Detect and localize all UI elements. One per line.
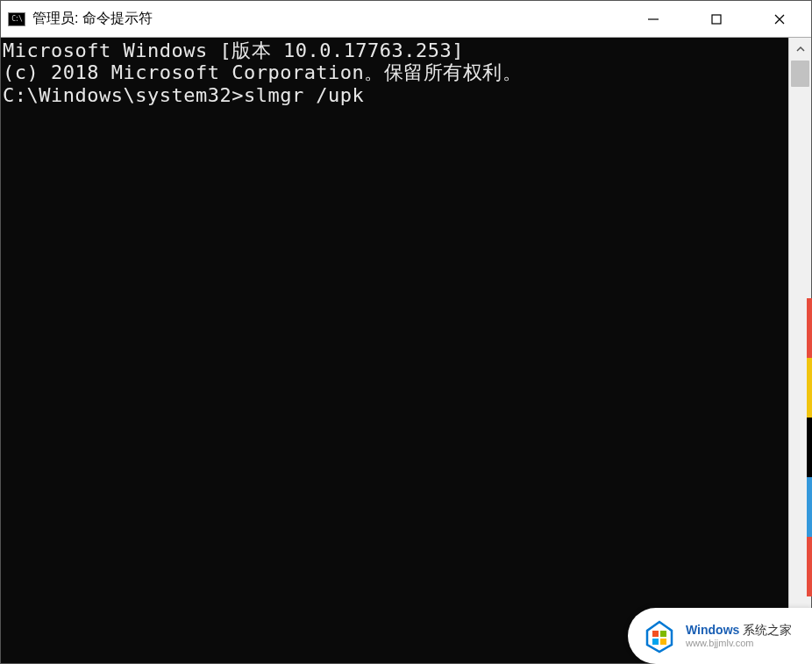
watermark-brand: Windows 系统之家 [686, 623, 792, 638]
terminal-line: Microsoft Windows [版本 10.0.17763.253] [3, 39, 788, 61]
watermark-url: www.bjjmlv.com [686, 638, 792, 649]
maximize-button[interactable] [685, 1, 748, 38]
minimize-button[interactable] [622, 1, 685, 38]
svg-rect-6 [652, 639, 659, 645]
window-controls [622, 1, 811, 37]
command-prompt-window: C:\ 管理员: 命令提示符 Microsoft Win [0, 0, 812, 664]
maximize-icon [710, 13, 723, 25]
svg-rect-7 [660, 639, 666, 645]
watermark-text: Windows 系统之家 www.bjjmlv.com [686, 623, 792, 649]
svg-rect-5 [660, 631, 666, 637]
svg-rect-4 [652, 631, 659, 637]
terminal-line: C:\Windows\system32>slmgr /upk [3, 84, 788, 106]
terminal-line: (c) 2018 Microsoft Corporation。保留所有权利。 [3, 61, 788, 83]
minimize-icon [647, 13, 659, 25]
titlebar-left: C:\ 管理员: 命令提示符 [1, 10, 622, 28]
content-area: Microsoft Windows [版本 10.0.17763.253](c)… [1, 38, 811, 663]
app-icon: C:\ [8, 12, 25, 26]
watermark-logo-icon [642, 618, 677, 653]
scroll-up-arrow[interactable] [789, 38, 811, 61]
close-icon [773, 13, 786, 25]
window-title: 管理员: 命令提示符 [32, 10, 153, 28]
watermark: Windows 系统之家 www.bjjmlv.com [628, 608, 812, 664]
chevron-up-icon [796, 45, 805, 54]
close-button[interactable] [748, 1, 811, 38]
terminal-output[interactable]: Microsoft Windows [版本 10.0.17763.253](c)… [1, 38, 788, 663]
svg-rect-1 [712, 15, 721, 24]
side-color-strip [807, 298, 812, 596]
titlebar[interactable]: C:\ 管理员: 命令提示符 [1, 1, 811, 38]
scrollbar-thumb[interactable] [791, 61, 809, 87]
